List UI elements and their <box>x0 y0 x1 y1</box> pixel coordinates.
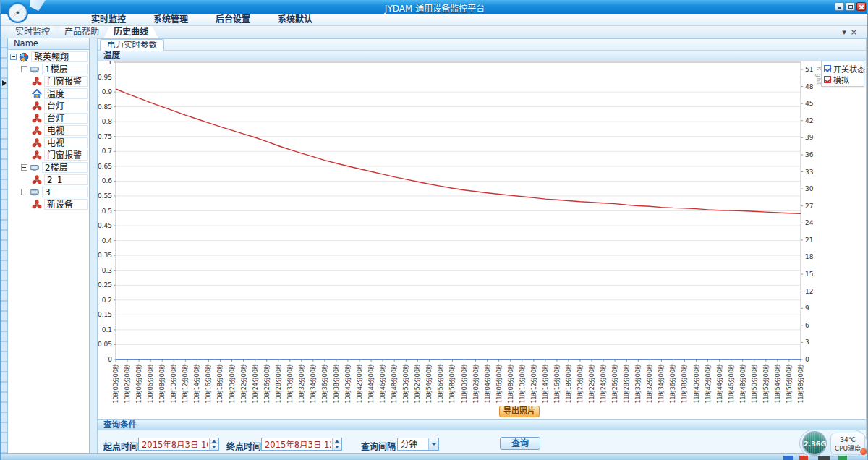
svg-text:0.95: 0.95 <box>98 74 112 81</box>
tab-dropdown-icon[interactable]: ▾ <box>842 27 851 37</box>
menu-bar: 实时监控系统管理后台设置系统默认 <box>1 14 868 26</box>
memory-badge[interactable]: 2.36G <box>802 431 827 456</box>
svg-text:11时26分00秒: 11时26分00秒 <box>611 364 618 404</box>
tree-item-台灯[interactable]: 台灯 <box>8 112 89 124</box>
tree-item-label[interactable]: 电视 <box>44 137 88 148</box>
select-dropdown-icon[interactable] <box>428 438 438 450</box>
left-splitter[interactable] <box>1 38 8 453</box>
temperature-chart: 10.950.90.850.80.750.70.650.60.550.50.45… <box>98 61 866 405</box>
tab-3[interactable]: 历史曲线 <box>103 26 158 38</box>
tab-close-icon[interactable]: × <box>851 27 861 37</box>
legend-item-1[interactable]: 开关状态 <box>824 63 861 74</box>
svg-text:11时08分00秒: 11时08分00秒 <box>507 364 514 404</box>
tree-item-电视[interactable]: 电视 <box>8 124 89 137</box>
tree-item-电视[interactable]: 电视 <box>8 137 89 149</box>
tree-item-label[interactable]: 台灯 <box>44 113 88 124</box>
export-image-button[interactable]: 导出照片 <box>499 406 540 417</box>
tree-item-label[interactable]: 1楼层 <box>42 64 88 74</box>
collapse-arrow-icon[interactable] <box>2 80 7 86</box>
start-time-spinner[interactable] <box>209 438 218 450</box>
tree-item-label[interactable]: 3 <box>42 187 88 197</box>
minimize-button[interactable] <box>835 2 844 11</box>
expander-minus-icon[interactable] <box>10 54 17 60</box>
tree-item-label[interactable]: 温度 <box>44 88 88 99</box>
tree-item-1楼层[interactable]: 1楼层 <box>8 63 89 75</box>
device-icon <box>30 187 40 197</box>
svg-text:0.8: 0.8 <box>102 118 113 125</box>
restore-button[interactable] <box>846 2 855 11</box>
tree-item-门窗报警[interactable]: 门窗报警 <box>8 75 89 88</box>
svg-text:0.65: 0.65 <box>98 163 112 170</box>
title-bar: JYDAM 通用设备监控平台 <box>1 0 868 14</box>
tree-item-2_1[interactable]: 2_1 <box>8 174 89 186</box>
legend-item-2[interactable]: 模拟 <box>824 74 861 85</box>
interval-select[interactable]: 分钟 <box>397 438 439 451</box>
svg-text:11时02分00秒: 11时02分00秒 <box>472 364 480 404</box>
svg-text:0.2: 0.2 <box>102 297 112 304</box>
tree-item-label[interactable]: 聚英翱翔 <box>31 51 88 62</box>
tree-item-label[interactable]: 门窗报警 <box>44 76 88 87</box>
query-conditions-header: 查询条件 <box>98 420 866 430</box>
svg-text:11时40分00秒: 11时40分00秒 <box>693 364 700 404</box>
tree-item-label[interactable]: 新设备 <box>44 199 88 210</box>
tree-item-3[interactable]: 3 <box>8 186 89 198</box>
tree-item-新设备[interactable]: 新设备 <box>8 198 89 210</box>
tree-item-2楼层[interactable]: 2楼层 <box>8 161 89 174</box>
svg-text:0.4: 0.4 <box>102 237 113 244</box>
tree-item-label[interactable]: 电视 <box>44 125 88 136</box>
svg-text:11时56分00秒: 11时56分00秒 <box>786 364 793 404</box>
svg-text:30: 30 <box>805 185 814 192</box>
svg-text:10时26分00秒: 10时26分00秒 <box>263 364 271 404</box>
svg-text:0.35: 0.35 <box>98 252 112 259</box>
desktop-peek-decoration <box>783 456 793 460</box>
device-tree: 聚英翱翔1楼层门窗报警温度台灯台灯电视电视门窗报警2楼层2_13新设备 <box>8 50 89 210</box>
notification-dot <box>860 448 867 455</box>
svg-text:10时46分00秒: 10时46分00秒 <box>379 364 386 404</box>
app-logo-compass-icon <box>7 1 29 24</box>
menu-item-1[interactable]: 实时监控 <box>91 14 126 26</box>
svg-text:42: 42 <box>805 117 813 124</box>
chart-area: 10.950.90.850.80.750.70.650.60.550.50.45… <box>98 61 866 405</box>
tree-item-label[interactable]: 台灯 <box>44 101 88 111</box>
svg-text:10时28分00秒: 10时28分00秒 <box>275 364 282 404</box>
tree-item-门窗报警[interactable]: 门窗报警 <box>8 149 89 161</box>
tree-item-label[interactable]: 门窗报警 <box>44 150 88 161</box>
tab-1[interactable]: 实时监控 <box>5 26 60 38</box>
checkbox-checked-icon[interactable] <box>824 76 831 83</box>
svg-text:10时24分00秒: 10时24分00秒 <box>252 364 259 404</box>
svg-text:0.7: 0.7 <box>102 148 112 155</box>
tree-item-台灯[interactable]: 台灯 <box>8 100 89 112</box>
checkbox-checked-icon[interactable] <box>824 65 831 72</box>
tree-item-聚英翱翔[interactable]: 聚英翱翔 <box>8 51 89 63</box>
expander-minus-icon[interactable] <box>21 189 27 195</box>
desktop-peek-decoration <box>838 456 847 460</box>
close-button[interactable] <box>856 2 866 11</box>
expander-minus-icon[interactable] <box>21 164 27 171</box>
svg-text:18: 18 <box>805 253 814 260</box>
menu-item-2[interactable]: 系统管理 <box>153 14 188 26</box>
tree-item-温度[interactable]: 温度 <box>8 88 89 100</box>
svg-text:0.1: 0.1 <box>102 326 112 333</box>
fan-icon <box>32 150 42 161</box>
end-time-spinner[interactable] <box>332 438 341 450</box>
tab-2[interactable]: 产品帮助 <box>54 26 109 38</box>
svg-text:0.3: 0.3 <box>102 267 112 274</box>
tab-power-realtime-params[interactable]: 电力实时参数 <box>100 39 164 51</box>
svg-text:10时16分00秒: 10时16分00秒 <box>205 364 212 404</box>
tree-item-label[interactable]: 2楼层 <box>42 162 88 173</box>
expander-minus-icon[interactable] <box>21 66 27 72</box>
svg-text:11时12分00秒: 11时12分00秒 <box>530 364 537 404</box>
query-button[interactable]: 查询 <box>500 437 540 450</box>
svg-text:11时50分00秒: 11时50分00秒 <box>751 364 758 404</box>
menu-item-4[interactable]: 系统默认 <box>278 14 312 26</box>
tree-item-label[interactable]: 2_1 <box>44 174 88 185</box>
svg-text:0: 0 <box>805 356 809 363</box>
svg-text:11时36分00秒: 11时36分00秒 <box>669 364 676 404</box>
svg-text:11时46分00秒: 11时46分00秒 <box>728 364 735 404</box>
main-panel: 电力实时参数 温度 10.950.90.850.80.750.70.650.60… <box>97 38 867 453</box>
end-time-label: 终点时间 <box>226 440 261 452</box>
start-time-input[interactable] <box>138 438 219 451</box>
menu-item-3[interactable]: 后台设置 <box>216 14 250 26</box>
svg-text:0.55: 0.55 <box>98 192 112 200</box>
end-time-input[interactable] <box>261 438 342 451</box>
